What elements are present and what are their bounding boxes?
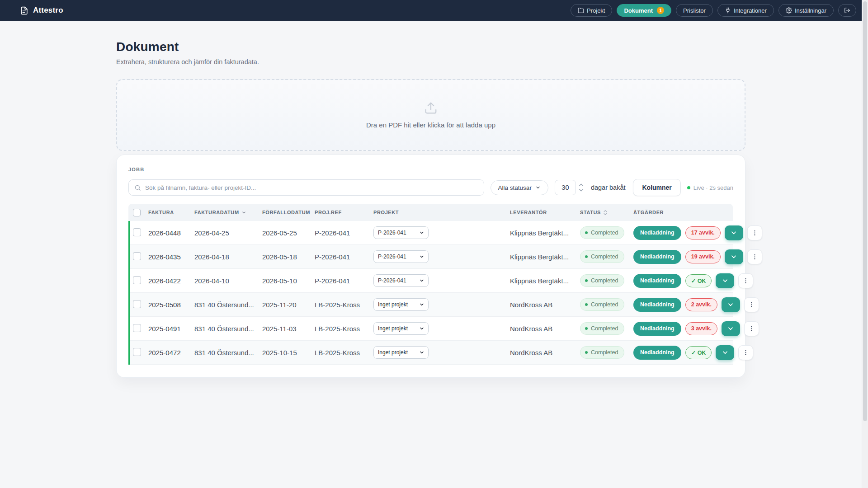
actions-cell: Nedladdning 2 avvik. bbox=[633, 297, 759, 312]
col-fakturadatum[interactable]: FAKTURADATUM bbox=[194, 210, 262, 215]
table-header: FAKTURA FAKTURADATUM FÖRFALLODATUM PROJ.… bbox=[128, 204, 733, 221]
expand-row-button[interactable] bbox=[725, 225, 743, 240]
logout-icon bbox=[844, 7, 850, 14]
expand-row-button[interactable] bbox=[716, 273, 734, 288]
days-back-input[interactable] bbox=[555, 180, 576, 195]
stepper-down-icon[interactable] bbox=[579, 188, 584, 192]
select-all-checkbox[interactable] bbox=[133, 209, 141, 216]
status-dot-icon bbox=[585, 303, 588, 306]
project-select[interactable]: Inget projekt bbox=[373, 346, 429, 359]
columns-button[interactable]: Kolumner bbox=[633, 179, 680, 196]
days-stepper[interactable] bbox=[579, 183, 584, 192]
col-status[interactable]: STATUS bbox=[580, 210, 633, 216]
result-pill[interactable]: ✓ OK bbox=[685, 346, 712, 359]
actions-cell: Nedladdning 17 avvik. bbox=[633, 225, 762, 240]
project-cell: P-2026-041 bbox=[373, 226, 510, 239]
scrollbar-thumb[interactable] bbox=[863, 1, 867, 421]
sort-icon bbox=[603, 210, 608, 216]
brand: Attestro bbox=[20, 6, 63, 15]
result-pill[interactable]: 2 avvik. bbox=[685, 298, 717, 311]
row-checkbox[interactable] bbox=[133, 228, 141, 236]
due-date: 2025-11-20 bbox=[262, 301, 315, 309]
row-menu-button[interactable] bbox=[738, 273, 753, 288]
row-checkbox[interactable] bbox=[133, 300, 141, 308]
row-checkbox[interactable] bbox=[133, 252, 141, 260]
project-select[interactable]: Inget projekt bbox=[373, 298, 429, 311]
kebab-menu-icon bbox=[751, 230, 758, 236]
download-button[interactable]: Nedladdning bbox=[633, 298, 681, 312]
nav-installningar[interactable]: Inställningar bbox=[778, 4, 834, 17]
logout-button[interactable] bbox=[838, 4, 856, 17]
invoice-date: 2026-04-25 bbox=[194, 229, 262, 237]
project-select[interactable]: P-2026-041 bbox=[373, 226, 429, 239]
project-select[interactable]: Inget projekt bbox=[373, 322, 429, 335]
result-pill[interactable]: 17 avvik. bbox=[685, 226, 721, 239]
result-pill[interactable]: ✓ OK bbox=[685, 274, 712, 287]
status-cell: Completed bbox=[580, 298, 633, 311]
nav-dokument[interactable]: Dokument 1 bbox=[617, 4, 671, 17]
row-menu-button[interactable] bbox=[744, 297, 759, 312]
nav-integrationer[interactable]: Integrationer bbox=[717, 4, 774, 17]
upload-dropzone[interactable]: Dra en PDF hit eller klicka för att ladd… bbox=[116, 79, 745, 151]
sort-descending-icon bbox=[241, 210, 246, 215]
row-menu-button[interactable] bbox=[744, 321, 759, 336]
project-cell: P-2026-041 bbox=[373, 274, 510, 287]
col-projekt[interactable]: PROJEKT bbox=[373, 210, 510, 215]
project-select[interactable]: P-2026-041 bbox=[373, 274, 429, 287]
col-faktura[interactable]: FAKTURA bbox=[148, 210, 194, 215]
row-checkbox[interactable] bbox=[133, 276, 141, 284]
result-pill[interactable]: 19 avvik. bbox=[685, 250, 721, 263]
expand-row-button[interactable] bbox=[722, 297, 740, 312]
expand-row-button[interactable] bbox=[722, 321, 740, 336]
table-row: 2025-0491 831 40 Östersund... 2025-11-03… bbox=[128, 317, 733, 341]
col-atgarder: ÅTGÄRDER bbox=[633, 210, 733, 215]
nav-projekt[interactable]: Projekt bbox=[571, 4, 612, 17]
download-button[interactable]: Nedladdning bbox=[633, 226, 681, 240]
invoice-date: 2026-04-18 bbox=[194, 253, 262, 261]
row-checkbox[interactable] bbox=[133, 324, 141, 332]
search-input[interactable] bbox=[145, 184, 478, 191]
col-projref[interactable]: PROJ.REF bbox=[315, 210, 373, 215]
invoice-id: 2025-0472 bbox=[148, 349, 194, 357]
download-button[interactable]: Nedladdning bbox=[633, 250, 681, 264]
status-badge: Completed bbox=[580, 298, 624, 311]
row-checkbox[interactable] bbox=[133, 348, 141, 356]
upload-icon bbox=[424, 101, 438, 115]
row-menu-button[interactable] bbox=[747, 249, 762, 264]
actions-cell: Nedladdning 19 avvik. bbox=[633, 249, 762, 264]
col-forfallodatum[interactable]: FÖRFALLODATUM bbox=[262, 210, 315, 215]
kebab-menu-icon bbox=[742, 277, 749, 284]
jobs-card: JOBB Alla statusar bbox=[116, 155, 745, 378]
chevron-down-icon bbox=[731, 253, 737, 260]
row-menu-button[interactable] bbox=[747, 225, 762, 240]
invoice-id: 2025-0491 bbox=[148, 325, 194, 333]
download-button[interactable]: Nedladdning bbox=[633, 274, 681, 288]
stepper-up-icon[interactable] bbox=[579, 183, 584, 187]
status-cell: Completed bbox=[580, 346, 633, 359]
days-back-label: dagar bakåt bbox=[591, 184, 626, 191]
due-date: 2026-05-10 bbox=[262, 277, 315, 285]
nav-prislistor[interactable]: Prislistor bbox=[676, 4, 713, 17]
project-cell: Inget projekt bbox=[373, 322, 510, 335]
expand-row-button[interactable] bbox=[725, 249, 743, 264]
main-content: Dokument Extrahera, strukturera och jämf… bbox=[116, 40, 745, 378]
status-filter-dropdown[interactable]: Alla statusar bbox=[491, 180, 548, 195]
status-dot-icon bbox=[585, 351, 588, 354]
invoice-id: 2026-0435 bbox=[148, 253, 194, 261]
kebab-menu-icon bbox=[748, 301, 755, 308]
row-menu-button[interactable] bbox=[738, 345, 753, 360]
actions-cell: Nedladdning 3 avvik. bbox=[633, 321, 759, 336]
live-dot-icon bbox=[687, 186, 690, 189]
page-scrollbar[interactable] bbox=[862, 0, 868, 488]
col-leverantor[interactable]: LEVERANTÖR bbox=[510, 210, 580, 215]
supplier: NordKross AB bbox=[510, 301, 580, 309]
result-pill[interactable]: 3 avvik. bbox=[685, 322, 717, 335]
project-select[interactable]: P-2026-041 bbox=[373, 250, 429, 263]
download-button[interactable]: Nedladdning bbox=[633, 346, 681, 360]
download-button[interactable]: Nedladdning bbox=[633, 322, 681, 336]
supplier: Klippnäs Bergtäkt... bbox=[510, 229, 580, 237]
table-row: 2026-0422 2026-04-10 2026-05-10 P-2026-0… bbox=[128, 269, 733, 293]
kebab-menu-icon bbox=[751, 253, 758, 260]
nav-menu: Projekt Dokument 1 Prislistor Integratio… bbox=[571, 4, 856, 17]
expand-row-button[interactable] bbox=[716, 345, 734, 360]
